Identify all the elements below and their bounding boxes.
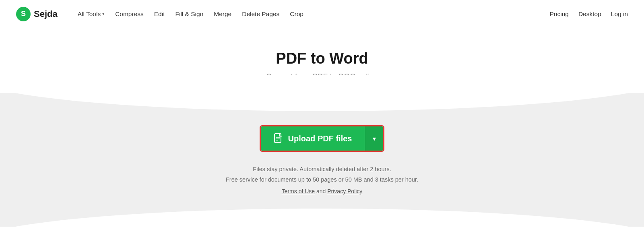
and-separator: and	[315, 188, 327, 194]
logo-link[interactable]: S Sejda	[16, 7, 58, 21]
legal-links: Terms of Use and Privacy Policy	[282, 188, 363, 194]
nav-all-tools[interactable]: All Tools ▾	[74, 8, 109, 20]
upload-button-outer: Upload PDF files ▾	[260, 125, 385, 152]
nav-compress[interactable]: Compress	[111, 8, 148, 20]
pdf-file-icon	[274, 133, 283, 144]
header-right: Pricing Desktop Log in	[550, 10, 628, 18]
pricing-link[interactable]: Pricing	[550, 10, 569, 18]
nav-fill-sign[interactable]: Fill & Sign	[171, 8, 208, 20]
privacy-info: Files stay private. Automatically delete…	[226, 164, 418, 185]
upload-button-label: Upload PDF files	[288, 134, 352, 143]
wave-background: Upload PDF files ▾ Files stay private. A…	[0, 93, 644, 227]
logo-name: Sejda	[34, 9, 58, 19]
nav-crop[interactable]: Crop	[286, 8, 308, 20]
header: S Sejda All Tools ▾ Compress Edit Fill &…	[0, 0, 644, 28]
info-line-2: Free service for documents up to 50 page…	[226, 174, 418, 185]
svg-rect-0	[275, 134, 281, 143]
logo-icon: S	[16, 7, 31, 21]
nav-merge[interactable]: Merge	[210, 8, 235, 20]
chevron-down-icon: ▾	[373, 135, 376, 143]
terms-of-use-link[interactable]: Terms of Use	[282, 188, 315, 194]
nav-delete-pages[interactable]: Delete Pages	[238, 8, 283, 20]
login-link[interactable]: Log in	[611, 10, 628, 18]
upload-section: Upload PDF files ▾ Files stay private. A…	[0, 93, 644, 227]
upload-button-wrapper: Upload PDF files ▾	[260, 125, 385, 152]
chevron-down-icon: ▾	[102, 11, 105, 17]
main-nav: All Tools ▾ Compress Edit Fill & Sign Me…	[74, 8, 550, 20]
page-title: PDF to Word	[8, 50, 636, 67]
privacy-policy-link[interactable]: Privacy Policy	[327, 188, 362, 194]
upload-dropdown-button[interactable]: ▾	[365, 126, 383, 151]
nav-edit[interactable]: Edit	[150, 8, 169, 20]
upload-pdf-button[interactable]: Upload PDF files	[261, 126, 365, 151]
desktop-link[interactable]: Desktop	[578, 10, 601, 18]
info-line-1: Files stay private. Automatically delete…	[226, 164, 418, 174]
